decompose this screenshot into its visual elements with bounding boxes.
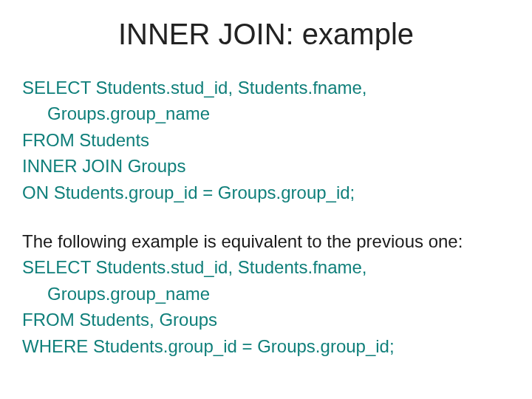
equivalence-note: The following example is equivalent to t… <box>22 230 510 253</box>
slide: INNER JOIN: example SELECT Students.stud… <box>0 0 532 399</box>
sql2-select-line1: SELECT Students.stud_id, Students.fname, <box>22 256 510 279</box>
sql1-from: FROM Students <box>22 129 510 152</box>
slide-body: SELECT Students.stud_id, Students.fname,… <box>22 76 510 358</box>
sql2-where: WHERE Students.group_id = Groups.group_i… <box>22 335 510 358</box>
slide-title: INNER JOIN: example <box>22 18 510 51</box>
sql1-select-line2: Groups.group_name <box>22 102 510 126</box>
sql1-select-line1: SELECT Students.stud_id, Students.fname, <box>22 76 510 100</box>
sql1-join: INNER JOIN Groups <box>22 154 510 178</box>
sql1-on: ON Students.group_id = Groups.group_id; <box>22 181 510 205</box>
sql2-from: FROM Students, Groups <box>22 308 510 332</box>
sql2-select-line2: Groups.group_name <box>22 282 510 306</box>
spacer <box>22 207 510 228</box>
